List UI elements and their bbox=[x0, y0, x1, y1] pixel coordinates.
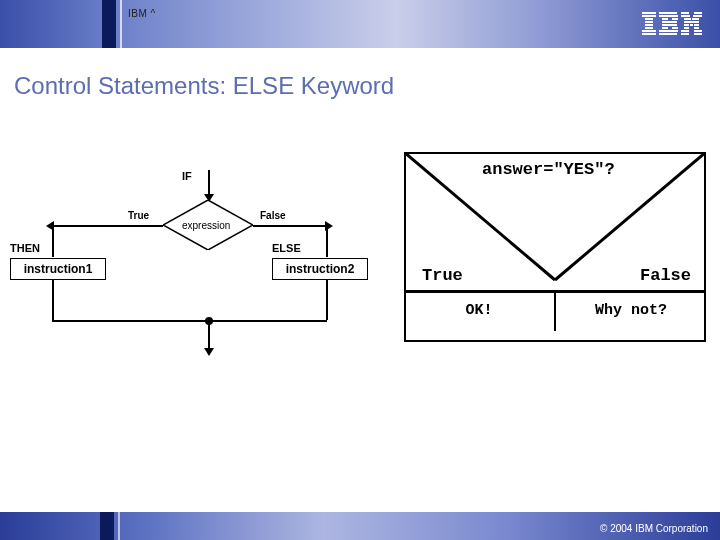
svg-rect-28 bbox=[684, 27, 689, 29]
ok-cell: OK! bbox=[404, 290, 555, 331]
false-label: False bbox=[260, 210, 286, 221]
svg-rect-6 bbox=[642, 30, 656, 32]
if-label: IF bbox=[182, 170, 192, 182]
expression-label: expression bbox=[182, 220, 230, 231]
svg-rect-24 bbox=[684, 21, 699, 23]
footer-accent-line bbox=[118, 512, 120, 540]
then-label: THEN bbox=[10, 242, 40, 254]
svg-rect-10 bbox=[662, 18, 668, 20]
decision-table-diagram: answer="YES"? True False OK! Why not? bbox=[404, 152, 706, 342]
svg-rect-9 bbox=[659, 15, 678, 17]
flowchart-diagram: IF expression True THEN instruction1 Fal… bbox=[10, 170, 380, 380]
slide-footer: © 2004 IBM Corporation bbox=[0, 512, 720, 540]
flow-line bbox=[326, 225, 328, 257]
question-label: answer="YES"? bbox=[482, 160, 615, 179]
flow-line bbox=[52, 225, 163, 227]
flow-line bbox=[208, 170, 210, 196]
instruction2-box: instruction2 bbox=[272, 258, 368, 280]
svg-rect-15 bbox=[672, 27, 678, 29]
svg-rect-14 bbox=[662, 27, 668, 29]
flow-line bbox=[208, 320, 210, 350]
copyright-text: © 2004 IBM Corporation bbox=[600, 523, 708, 534]
svg-rect-21 bbox=[693, 15, 702, 17]
svg-rect-11 bbox=[672, 18, 678, 20]
header-accent-line bbox=[120, 0, 122, 48]
svg-rect-16 bbox=[659, 30, 678, 32]
svg-rect-19 bbox=[694, 12, 702, 14]
flow-line bbox=[52, 225, 54, 257]
svg-rect-13 bbox=[662, 24, 677, 26]
false-text: False bbox=[640, 266, 691, 285]
svg-rect-22 bbox=[684, 18, 691, 20]
instruction1-box: instruction1 bbox=[10, 258, 106, 280]
svg-rect-23 bbox=[692, 18, 699, 20]
svg-rect-8 bbox=[659, 12, 677, 14]
header-accent-block bbox=[102, 0, 116, 48]
svg-rect-7 bbox=[642, 33, 656, 35]
flow-line bbox=[52, 320, 327, 322]
header-brand-text: IBM ^ bbox=[128, 8, 156, 19]
svg-rect-0 bbox=[642, 12, 656, 14]
slide-header: IBM ^ bbox=[0, 0, 720, 48]
svg-rect-27 bbox=[694, 24, 699, 26]
svg-rect-5 bbox=[645, 27, 653, 29]
flow-line bbox=[52, 280, 54, 320]
svg-rect-18 bbox=[681, 12, 689, 14]
svg-rect-17 bbox=[659, 33, 677, 35]
whynot-cell: Why not? bbox=[555, 290, 706, 331]
else-label: ELSE bbox=[272, 242, 301, 254]
page-title: Control Statements: ELSE Keyword bbox=[14, 72, 394, 100]
slide: IBM ^ bbox=[0, 0, 720, 540]
true-label: True bbox=[128, 210, 149, 221]
svg-rect-29 bbox=[694, 27, 699, 29]
flow-line bbox=[253, 225, 327, 227]
footer-accent-block bbox=[100, 512, 114, 540]
arrow-down-icon bbox=[204, 348, 214, 356]
svg-rect-25 bbox=[684, 24, 689, 26]
svg-rect-20 bbox=[681, 15, 690, 17]
svg-rect-32 bbox=[681, 33, 689, 35]
svg-rect-30 bbox=[681, 30, 689, 32]
svg-rect-33 bbox=[694, 33, 702, 35]
ibm-logo bbox=[642, 12, 702, 40]
true-text: True bbox=[422, 266, 463, 285]
svg-rect-1 bbox=[642, 15, 656, 17]
flow-line bbox=[326, 280, 328, 320]
outcome-table: OK! Why not? bbox=[404, 290, 706, 331]
svg-rect-4 bbox=[645, 24, 653, 26]
svg-rect-31 bbox=[694, 30, 702, 32]
svg-rect-3 bbox=[645, 21, 653, 23]
svg-rect-12 bbox=[662, 21, 677, 23]
svg-rect-2 bbox=[645, 18, 653, 20]
svg-rect-26 bbox=[690, 24, 693, 26]
